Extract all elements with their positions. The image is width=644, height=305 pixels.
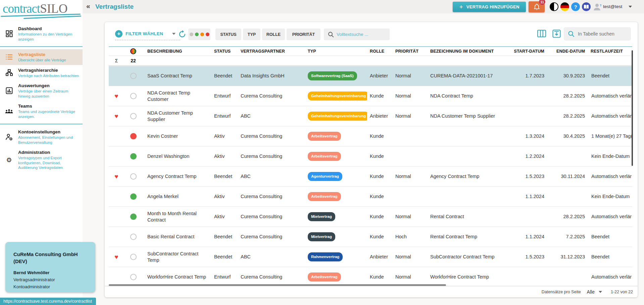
sidebar-item-administration[interactable]: ⚙︎ Administration Vertragstypen und Expo…	[0, 147, 83, 173]
sidebar: contractSILO Dashboard Informationen zu …	[0, 0, 83, 305]
favorite-cell[interactable]	[109, 234, 124, 240]
sidebar-item-kontoeinstellungen[interactable]: Kontoeinstellungen Abonnement, Einstellu…	[0, 127, 83, 147]
filter-chip-typ[interactable]: TYP	[243, 28, 260, 40]
favorite-cell[interactable]	[109, 193, 124, 200]
select-cell[interactable]	[124, 93, 142, 99]
sidebar-item-auswertungen[interactable]: Auswertungen Verträge über einen Zeitrau…	[0, 80, 83, 101]
description-cell: Basic Rental Contract	[142, 234, 211, 240]
fulltext-search-input[interactable]: Volltextsuche ...	[324, 28, 390, 40]
favorite-cell[interactable]	[109, 113, 124, 119]
type-cell: Mietvertrag	[305, 232, 367, 241]
user-menu-caret-icon[interactable]	[629, 6, 632, 8]
language-flag-icon[interactable]	[560, 2, 569, 11]
column-header-ende-datum[interactable]: ENDE-DATUM	[545, 49, 586, 54]
remaining-term-cell: Automatisch verlär	[586, 173, 632, 180]
user-email[interactable]: test@test	[603, 4, 622, 9]
partner-cell: Curema Consulting	[238, 234, 305, 240]
type-badge: Arbeitsvertrag	[308, 272, 341, 282]
app-logo[interactable]: contractSILO	[0, 0, 83, 16]
document-name-cell: Rental Contract Temp	[428, 234, 504, 240]
traffic-light-filter-chip[interactable]	[188, 28, 210, 40]
sidebar-item-subtitle: Übersicht über alle Verträge	[18, 58, 66, 63]
column-header-rolle[interactable]: ROLLE	[367, 49, 393, 54]
select-cell[interactable]	[124, 274, 142, 280]
column-header-restlaufzeit[interactable]: RESTLAUFZEIT	[586, 49, 632, 54]
type-cell: Geheimhaltungsvereinbarung	[305, 92, 367, 101]
fulltext-search-placeholder: Volltextsuche ...	[337, 32, 368, 37]
partner-cell: ABC	[238, 173, 305, 180]
refresh-icon[interactable]	[178, 30, 186, 38]
status-cell: Beendet	[211, 254, 238, 260]
select-cell[interactable]	[124, 173, 142, 180]
sidebar-item-title: Vertragshierarchie	[18, 67, 79, 73]
add-contract-button[interactable]: + VERTRAG HINZUFÜGEN	[453, 2, 526, 12]
sidebar-item-teams[interactable]: Teams Teams und zugeordnete Verträge anz…	[0, 101, 83, 121]
table-row[interactable]: NDA Customer Temp Supplier Entwurf ABC G…	[109, 106, 632, 126]
table-row[interactable]: Basic Rental Contract Beendet Curema Con…	[109, 227, 632, 247]
table-search-input[interactable]: In Tabelle suchen	[564, 27, 631, 41]
column-header-vertragspartner[interactable]: VERTRAGSPARTNER	[238, 49, 305, 54]
document-name-cell: NDA Customer Temp Supplier	[428, 113, 504, 119]
column-header-typ[interactable]: TYP	[305, 49, 367, 54]
table-row[interactable]: Month to Month Rental Contract Aktiv Cur…	[109, 207, 632, 227]
status-dot-icon	[130, 173, 137, 180]
table-search-placeholder: In Tabelle suchen	[578, 31, 614, 37]
select-cell[interactable]	[124, 234, 142, 240]
table-row[interactable]: SaaS Contract Temp Beendet Data Insights…	[109, 66, 632, 86]
favorite-cell[interactable]	[109, 213, 124, 220]
remaining-term-cell: Beendet	[586, 234, 632, 240]
help-icon[interactable]: ?	[571, 2, 580, 11]
rows-per-page-caret-icon[interactable]	[599, 291, 602, 293]
plus-icon: +	[459, 4, 463, 10]
sidebar-item-vertragshierarchie[interactable]: Vertragshierarchie Verträge nach Attribu…	[0, 65, 83, 81]
column-header-status[interactable]: STATUS	[211, 49, 238, 54]
traffic-light-column-header[interactable]	[124, 48, 142, 54]
table-row[interactable]: Angela Merkel Aktiv Curema Consulting Ar…	[109, 187, 632, 207]
contrast-toggle-icon[interactable]	[550, 2, 558, 11]
type-badge: Mietvertrag	[308, 212, 335, 221]
favorite-cell[interactable]	[109, 274, 124, 280]
select-cell[interactable]	[124, 254, 142, 260]
sidebar-item-dashboard[interactable]: Dashboard Informationen zu den Verträgen…	[0, 23, 83, 44]
filter-chip-rolle[interactable]: ROLLE	[262, 28, 285, 40]
table-row[interactable]: Kevin Costner Aktiv Curema Consulting Ar…	[109, 126, 632, 146]
filter-chip-status[interactable]: STATUS	[215, 28, 241, 40]
column-settings-icon[interactable]	[537, 29, 546, 38]
select-cell[interactable]	[124, 113, 142, 119]
column-header-beschreibung[interactable]: BESCHREIBUNG	[142, 49, 211, 54]
select-cell[interactable]	[124, 153, 142, 160]
favorite-cell[interactable]	[109, 93, 124, 99]
select-cell[interactable]	[124, 133, 142, 139]
select-cell[interactable]	[124, 213, 142, 220]
table-row[interactable]: NDA Contract Temp Customer Entwurf Curem…	[109, 86, 632, 106]
favorite-cell[interactable]	[109, 254, 124, 260]
user-avatar-icon[interactable]: ?	[593, 2, 601, 11]
favorite-cell[interactable]	[109, 173, 124, 180]
favorite-cell[interactable]	[109, 73, 124, 79]
select-cell[interactable]	[124, 73, 142, 79]
vertical-scrollbar[interactable]	[632, 50, 633, 166]
table-row[interactable]: SubContractor Contract Temp Beendet ABC …	[109, 247, 632, 267]
table-row[interactable]: WorkforHire Contract Temp Entwurf Curema…	[109, 267, 632, 284]
manual-icon[interactable]	[582, 2, 591, 11]
table-row[interactable]: Agency Contract Temp Beendet ABC Agentur…	[109, 167, 632, 187]
sidebar-item-vertragsliste[interactable]: Vertragsliste Übersicht über alle Verträ…	[0, 49, 83, 65]
type-cell: Arbeitsvertrag	[305, 192, 367, 201]
status-cell: Aktiv	[211, 213, 238, 220]
favorite-cell[interactable]	[109, 153, 124, 160]
role-cell: Kunde	[367, 93, 393, 99]
sidebar-collapse-icon[interactable]: «	[86, 2, 90, 10]
table-row[interactable]: Denzel Washington Aktiv Curema Consultin…	[109, 146, 632, 167]
end-date-cell: 28.2.2025	[545, 113, 586, 119]
column-header-start-datum[interactable]: START-DATUM	[504, 49, 545, 54]
filter-chip-prioritaet[interactable]: PRIORITÄT	[287, 28, 320, 40]
rows-per-page-select[interactable]: Alle	[587, 289, 595, 295]
favorite-cell[interactable]	[109, 133, 124, 139]
column-header-bezeichnung[interactable]: BEZEICHNUNG IM DOKUMENT	[428, 49, 504, 54]
status-dot-icon	[130, 93, 137, 99]
column-header-prioritaet[interactable]: PRIORITÄT	[393, 49, 428, 54]
remaining-term-cell: Kein Ende-Datum	[586, 153, 632, 160]
choose-filter-select[interactable]: + FILTER WÄHLEN	[115, 28, 180, 40]
select-cell[interactable]	[124, 193, 142, 200]
export-download-icon[interactable]	[552, 29, 561, 38]
